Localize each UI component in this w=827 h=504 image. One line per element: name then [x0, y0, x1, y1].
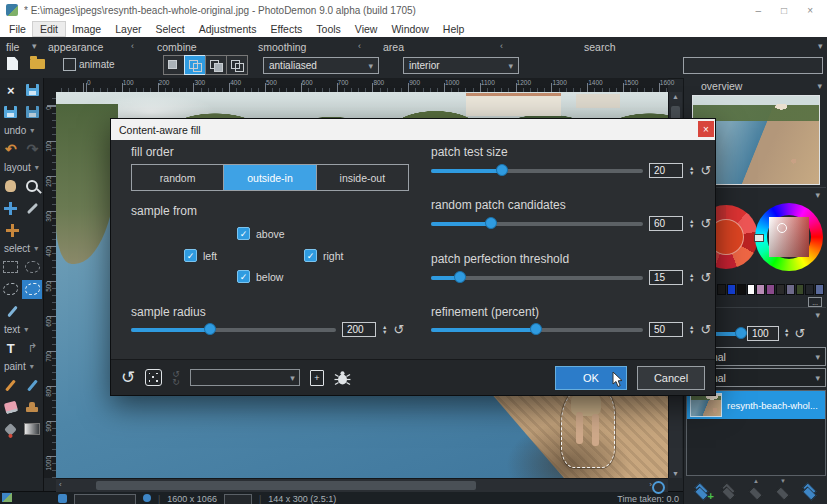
color-swatch[interactable] — [776, 284, 785, 295]
color-swatch[interactable] — [717, 284, 726, 295]
refinement-percent-stepper[interactable]: ▲▼ — [689, 325, 694, 335]
color-swatch[interactable] — [815, 284, 824, 295]
add-layer-button[interactable]: + — [692, 482, 712, 499]
reset-settings-icon[interactable]: ↺ — [121, 367, 135, 388]
pencil-tool-icon[interactable] — [1, 376, 21, 394]
patch-test-size-slider[interactable] — [431, 164, 643, 177]
color-swatch[interactable] — [727, 284, 736, 295]
sample-below-checkbox[interactable]: ✓below — [237, 270, 283, 283]
search-input[interactable] — [683, 57, 823, 74]
advanced-text-tool-icon[interactable]: ↱ — [22, 339, 42, 357]
chevron-down-icon[interactable]: ▾ — [815, 310, 820, 320]
selection-marquee[interactable] — [561, 386, 615, 468]
color-swatch[interactable] — [786, 284, 795, 295]
combine-replace-button[interactable] — [163, 55, 185, 75]
undo-icon[interactable]: ↶ — [1, 140, 21, 158]
rectangle-select-tool-icon[interactable] — [1, 258, 21, 276]
tool-group-text[interactable]: text▾ — [0, 322, 43, 337]
random-patch-candidates-value[interactable]: 60 — [649, 216, 683, 231]
saturation-square[interactable] — [769, 217, 809, 257]
opacity-reset-icon[interactable]: ↺ — [794, 327, 805, 340]
close-button[interactable]: × — [807, 5, 813, 16]
random-patch-candidates-stepper[interactable]: ▲▼ — [689, 219, 694, 229]
sample-left-checkbox[interactable]: ✓left — [184, 249, 217, 262]
zoom-in-icon[interactable] — [143, 494, 151, 502]
horizontal-scroll-thumb[interactable] — [96, 481, 476, 490]
patch-test-size-stepper[interactable]: ▲▼ — [689, 166, 694, 176]
save-icon[interactable] — [22, 81, 42, 99]
chevron-down-icon[interactable]: ▾ — [818, 41, 823, 51]
more-swatches-button[interactable]: ... — [808, 297, 822, 307]
zoom-tool-icon[interactable] — [22, 177, 42, 195]
cancel-button[interactable]: Cancel — [637, 366, 705, 390]
settings-undo-redo-icons[interactable]: ↺↻ — [172, 370, 180, 386]
fill-order-inside-out-button[interactable]: inside-out — [316, 165, 408, 190]
minimize-button[interactable]: – — [756, 5, 762, 16]
fill-tool-icon[interactable] — [1, 420, 21, 438]
refinement-percent-reset-icon[interactable]: ↺ — [700, 323, 711, 336]
new-image-icon[interactable] — [7, 57, 18, 70]
patch-test-size-reset-icon[interactable]: ↺ — [700, 164, 711, 177]
text-tool-icon[interactable]: T — [1, 339, 21, 357]
fill-order-random-button[interactable]: random — [132, 165, 223, 190]
collapse-left-icon[interactable]: ‹ — [358, 41, 361, 51]
menu-tools[interactable]: Tools — [309, 22, 348, 36]
sample-radius-stepper[interactable]: ▲▼ — [382, 325, 387, 335]
smoothing-dropdown[interactable]: antialiased▾ — [263, 57, 379, 74]
patch-perfection-threshold-slider[interactable] — [431, 271, 643, 284]
layer-options-button[interactable] — [800, 482, 820, 499]
patch-perfection-threshold-value[interactable]: 15 — [649, 270, 683, 285]
menu-select[interactable]: Select — [148, 22, 191, 36]
random-patch-candidates-reset-icon[interactable]: ↺ — [700, 217, 711, 230]
tool-group-paint[interactable]: paint▾ — [0, 359, 43, 374]
color-swatch[interactable] — [766, 284, 775, 295]
color-swatch[interactable] — [796, 284, 805, 295]
horizontal-scrollbar[interactable]: ‹ › — [56, 478, 668, 492]
opacity-stepper[interactable]: ▲▼ — [784, 328, 789, 338]
move-layer-down-button[interactable]: ▼ — [773, 482, 793, 499]
preset-dropdown[interactable]: ▾ — [190, 369, 300, 386]
random-patch-candidates-slider[interactable] — [431, 217, 643, 230]
fit-canvas-icon[interactable] — [58, 494, 67, 503]
eraser-tool-icon[interactable] — [1, 398, 21, 416]
save-preset-icon[interactable]: + — [310, 370, 324, 386]
menu-image[interactable]: Image — [65, 22, 108, 36]
combine-intersect-button[interactable] — [226, 55, 248, 75]
size-unit-dropdown[interactable] — [224, 494, 252, 504]
merge-layer-button[interactable] — [719, 482, 739, 499]
hand-tool-icon[interactable] — [1, 177, 21, 195]
refinement-percent-slider[interactable] — [431, 323, 643, 336]
move-tool-icon[interactable] — [1, 199, 21, 217]
dialog-close-button[interactable]: × — [698, 121, 714, 137]
clone-stamp-tool-icon[interactable] — [22, 398, 42, 416]
patch-perfection-threshold-stepper[interactable]: ▲▼ — [689, 273, 694, 283]
scroll-down-icon[interactable]: ▼ — [669, 470, 682, 477]
chevron-down-icon[interactable]: ▾ — [32, 41, 37, 51]
scroll-up-icon[interactable]: ▲ — [669, 93, 682, 100]
sample-radius-value[interactable]: 200 — [342, 322, 376, 337]
color-swatch[interactable] — [747, 284, 756, 295]
sample-right-checkbox[interactable]: ✓right — [304, 249, 343, 262]
export-icon[interactable] — [22, 103, 42, 121]
magic-wand-tool-icon[interactable] — [2, 302, 22, 320]
brush-tool-icon[interactable] — [22, 376, 42, 394]
color-swatch[interactable] — [737, 284, 746, 295]
menu-edit[interactable]: Edit — [33, 22, 65, 36]
menu-layer[interactable]: Layer — [108, 22, 148, 36]
area-dropdown[interactable]: interior▾ — [403, 57, 519, 74]
menu-adjustments[interactable]: Adjustments — [192, 22, 264, 36]
menu-view[interactable]: View — [348, 22, 385, 36]
collapse-left-icon[interactable]: ‹ — [131, 41, 134, 51]
fill-order-outside-in-button[interactable]: outside-in — [223, 165, 315, 190]
redo-icon[interactable]: ↷ — [22, 140, 42, 158]
tool-group-layout[interactable]: layout▾ — [0, 160, 43, 175]
save-as-icon[interactable] — [1, 103, 21, 121]
menu-window[interactable]: Window — [384, 22, 435, 36]
chevron-down-icon[interactable]: ▾ — [817, 81, 822, 91]
open-image-icon[interactable] — [30, 56, 45, 69]
bug-report-icon[interactable] — [334, 370, 351, 386]
wand-select-tool-icon-active[interactable] — [22, 280, 42, 298]
opacity-value[interactable]: 100 — [747, 326, 779, 341]
combine-subtract-button[interactable] — [205, 55, 227, 75]
sample-radius-reset-icon[interactable]: ↺ — [393, 323, 404, 336]
